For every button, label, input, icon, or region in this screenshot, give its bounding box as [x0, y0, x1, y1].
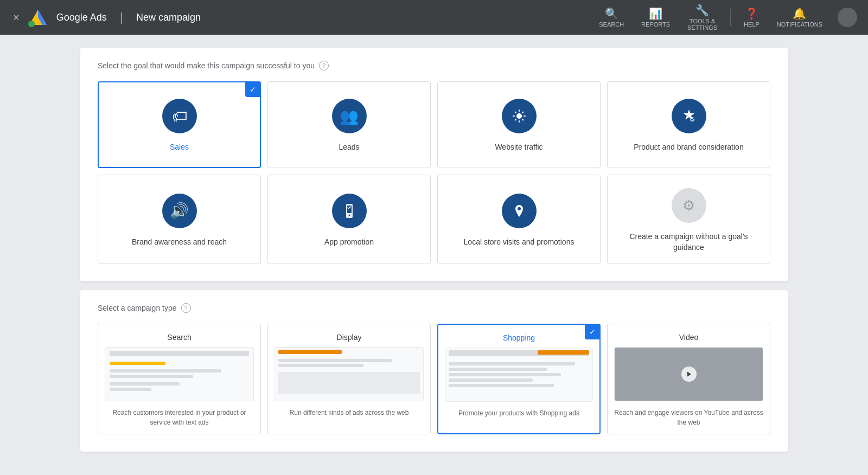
goal-selection-card: Select the goal that would make this cam… — [80, 48, 788, 281]
goal-help-icon[interactable]: ? — [319, 61, 329, 70]
nav-search-label: SEARCH — [599, 21, 624, 28]
app-header: × Google Ads | New campaign 🔍 SEARCH 📊 R… — [0, 0, 868, 35]
campaign-type-section-label: Select a campaign type ? — [98, 303, 770, 313]
app-icon — [341, 203, 358, 219]
website-traffic-icon — [511, 108, 527, 124]
leads-icon-circle: 👥 — [332, 99, 367, 133]
website-traffic-icon-circle — [502, 99, 537, 133]
nav-search[interactable]: 🔍 SEARCH — [592, 7, 630, 28]
header-left: × Google Ads | New campaign — [11, 8, 201, 27]
type-video-thumbnail — [614, 347, 763, 401]
campaign-type-grid: Search Reach customers interested in you… — [98, 324, 770, 434]
type-search-label: Search — [167, 333, 191, 342]
sales-label: Sales — [170, 142, 189, 153]
app-icon-circle — [332, 194, 367, 228]
profile-avatar[interactable] — [838, 8, 857, 27]
type-video-description: Reach and engage viewers on YouTube and … — [614, 408, 763, 427]
sales-icon-circle: 🏷 — [162, 99, 197, 133]
help-icon: ❓ — [745, 7, 758, 20]
header-divider: | — [120, 10, 123, 25]
type-shopping-label: Shopping — [503, 333, 535, 342]
no-goal-label: Create a campaign without a goal's guida… — [616, 232, 761, 253]
type-display-label: Display — [337, 333, 362, 342]
nav-reports-label: REPORTS — [641, 21, 670, 28]
awareness-label: Brand awareness and reach — [132, 237, 227, 248]
search-icon: 🔍 — [605, 7, 618, 20]
main-content: Select the goal that would make this cam… — [0, 35, 868, 465]
svg-point-8 — [518, 207, 521, 210]
campaign-type-card: Select a campaign type ? Search Reach cu… — [80, 290, 788, 452]
play-button-icon — [681, 367, 697, 382]
local-label: Local store visits and promotions — [464, 237, 575, 248]
google-ads-logo — [28, 8, 48, 27]
goal-card-awareness[interactable]: 🔊 Brand awareness and reach — [98, 175, 261, 264]
nav-notifications-label: NOTIFICATIONS — [777, 21, 822, 28]
type-search-description: Reach customers interested in your produ… — [105, 408, 254, 427]
tools-icon: 🔧 — [695, 4, 709, 17]
nav-reports[interactable]: 📊 REPORTS — [635, 7, 676, 28]
reports-icon: 📊 — [649, 7, 662, 20]
goal-card-leads[interactable]: 👥 Leads — [267, 81, 431, 168]
leads-label: Leads — [339, 142, 359, 153]
page-title: New campaign — [136, 12, 201, 23]
notifications-icon: 🔔 — [793, 7, 806, 20]
type-card-video[interactable]: Video Reach and engage viewers on YouTub… — [607, 324, 770, 434]
goal-card-no-goal[interactable]: ⚙ Create a campaign without a goal's gui… — [607, 175, 770, 264]
type-card-search[interactable]: Search Reach customers interested in you… — [98, 324, 261, 434]
close-button[interactable]: × — [11, 9, 22, 26]
app-name: Google Ads — [56, 12, 107, 23]
nav-help[interactable]: ❓ HELP — [737, 7, 766, 28]
goal-card-app[interactable]: App promotion — [267, 175, 431, 264]
goal-card-sales[interactable]: ✓ 🏷 Sales — [98, 81, 261, 168]
nav-help-label: HELP — [744, 21, 760, 28]
campaign-type-label-text: Select a campaign type — [98, 304, 177, 312]
type-card-display[interactable]: Display Run different kinds of ads acros… — [267, 324, 431, 434]
goal-label-text: Select the goal that would make this cam… — [98, 61, 315, 70]
type-video-label: Video — [679, 333, 699, 342]
brand-icon — [680, 107, 698, 125]
sales-check-badge: ✓ — [245, 82, 260, 97]
type-display-thumbnail — [275, 347, 424, 401]
nav-separator — [730, 9, 731, 26]
goal-card-brand[interactable]: Product and brand consideration — [607, 81, 770, 168]
app-label: App promotion — [324, 237, 374, 248]
svg-point-2 — [28, 21, 35, 27]
local-icon — [511, 203, 527, 219]
type-card-shopping[interactable]: ✓ Shopping Promote your products with Sh… — [437, 324, 601, 434]
goal-section-label: Select the goal that would make this cam… — [98, 61, 770, 70]
local-icon-circle — [502, 194, 537, 228]
brand-label: Product and brand consideration — [634, 142, 743, 153]
type-search-thumbnail — [105, 347, 254, 401]
nav-tools[interactable]: 🔧 TOOLS & SETTINGS — [681, 4, 724, 31]
svg-rect-6 — [347, 206, 352, 213]
nav-notifications[interactable]: 🔔 NOTIFICATIONS — [770, 7, 829, 28]
type-shopping-thumbnail — [445, 348, 593, 402]
no-goal-icon-circle: ⚙ — [672, 188, 706, 223]
campaign-type-help-icon[interactable]: ? — [181, 303, 191, 313]
brand-icon-circle — [672, 99, 706, 133]
nav-tools-label: TOOLS & SETTINGS — [687, 18, 717, 31]
header-right: 🔍 SEARCH 📊 REPORTS 🔧 TOOLS & SETTINGS ❓ … — [592, 4, 857, 31]
type-display-description: Run different kinds of ads across the we… — [290, 408, 409, 418]
type-shopping-description: Promote your products with Shopping ads — [458, 408, 579, 418]
shopping-check-badge: ✓ — [585, 324, 600, 339]
goal-card-local[interactable]: Local store visits and promotions — [437, 175, 601, 264]
svg-point-3 — [516, 113, 522, 119]
goal-grid: ✓ 🏷 Sales 👥 Leads — [98, 81, 770, 264]
awareness-icon-circle: 🔊 — [162, 194, 197, 228]
website-traffic-label: Website traffic — [495, 142, 542, 153]
svg-point-7 — [348, 214, 350, 216]
goal-card-website-traffic[interactable]: Website traffic — [437, 81, 601, 168]
